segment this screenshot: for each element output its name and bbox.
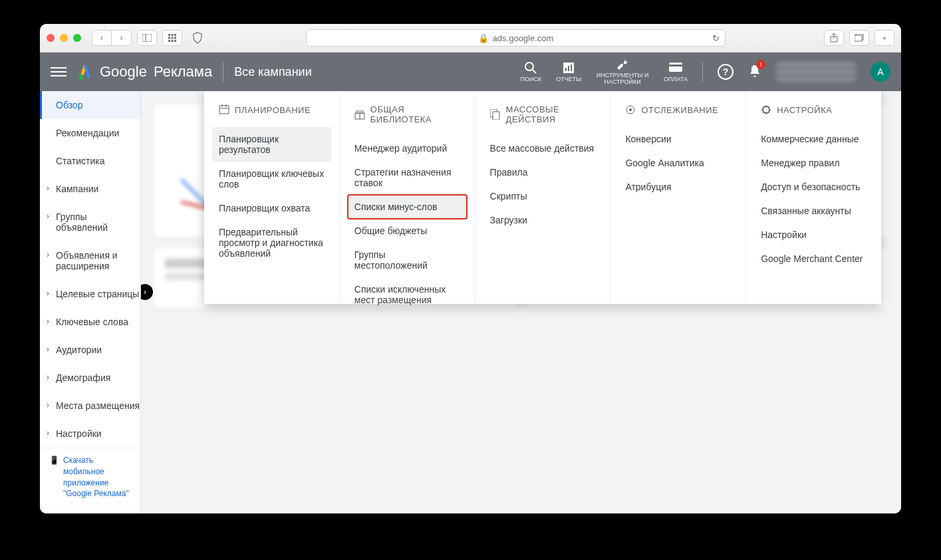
svg-rect-6 bbox=[172, 37, 174, 39]
share-icon bbox=[830, 33, 838, 43]
sidebar-item-3[interactable]: Кампании bbox=[40, 175, 140, 203]
svg-line-16 bbox=[533, 70, 536, 73]
mega-column-icon bbox=[354, 109, 365, 120]
mega-column-header: ОБЩАЯ БИБЛИОТЕКА bbox=[348, 104, 467, 136]
sidebar-toggle-button[interactable] bbox=[137, 30, 157, 46]
new-tab-button[interactable]: ＋ bbox=[874, 30, 894, 46]
search-tool[interactable]: ПОИСК bbox=[520, 61, 541, 82]
mega-item-3-0[interactable]: Конверсии bbox=[618, 127, 738, 151]
sidebar-item-4[interactable]: Группы объявлений bbox=[40, 203, 140, 241]
account-info-blurred bbox=[776, 62, 856, 82]
mega-item-1-1[interactable]: Стратегии назначения ставок bbox=[348, 160, 467, 195]
svg-rect-4 bbox=[174, 34, 176, 36]
tools-settings-tool[interactable]: ИНСТРУМЕНТЫ И НАСТРОЙКИ bbox=[596, 58, 649, 86]
sidebar-item-0[interactable]: Обзор bbox=[40, 91, 140, 119]
svg-rect-3 bbox=[172, 34, 174, 36]
mega-item-2-2[interactable]: Скрипты bbox=[483, 184, 603, 208]
mega-column-header: МАССОВЫЕ ДЕЙСТВИЯ bbox=[483, 104, 603, 136]
grid-apps-button[interactable] bbox=[162, 30, 182, 46]
mega-item-1-4[interactable]: Группы местоположений bbox=[348, 243, 467, 277]
account-avatar[interactable]: А bbox=[871, 62, 890, 82]
safari-toolbar: ‹ › 🔒 ads.google.com ↻ bbox=[40, 24, 901, 53]
mega-column-header: НАСТРОЙКА bbox=[754, 104, 873, 127]
mega-item-4-4[interactable]: Настройки bbox=[754, 223, 873, 247]
mega-item-3-1[interactable]: Google Аналитика bbox=[618, 151, 738, 175]
svg-point-33 bbox=[629, 108, 632, 111]
notifications-button[interactable]: ! bbox=[748, 64, 761, 80]
tabs-button[interactable] bbox=[849, 30, 869, 46]
main-menu-button[interactable] bbox=[51, 64, 67, 80]
mega-item-4-1[interactable]: Менеджер правил bbox=[754, 151, 873, 175]
shield-icon bbox=[192, 32, 203, 44]
mega-item-2-1[interactable]: Правила bbox=[483, 160, 603, 184]
wrench-icon bbox=[616, 58, 629, 71]
forward-button[interactable]: › bbox=[112, 30, 132, 46]
google-ads-logo-icon bbox=[77, 64, 93, 80]
svg-rect-5 bbox=[168, 37, 170, 39]
reload-icon[interactable]: ↻ bbox=[712, 33, 720, 43]
sidebar-icon bbox=[142, 34, 152, 42]
mega-item-3-2[interactable]: Атрибуция bbox=[618, 175, 738, 199]
browser-window: ‹ › 🔒 ads.google.com ↻ bbox=[40, 24, 901, 513]
mega-item-0-0[interactable]: Планировщик результатов bbox=[212, 127, 331, 162]
minimize-window-button[interactable] bbox=[60, 34, 68, 42]
privacy-shield-button[interactable] bbox=[188, 30, 207, 46]
mega-item-4-5[interactable]: Google Merchant Center bbox=[754, 247, 873, 271]
sidebar-item-11[interactable]: Настройки bbox=[40, 420, 140, 448]
url-bar[interactable]: 🔒 ads.google.com ↻ bbox=[306, 29, 726, 47]
mega-column-icon bbox=[761, 104, 771, 115]
download-app-link[interactable]: 📱 Скачать мобильное приложение "Google Р… bbox=[40, 448, 140, 506]
nav-buttons: ‹ › bbox=[92, 30, 132, 46]
back-button[interactable]: ‹ bbox=[92, 30, 112, 46]
mega-item-1-0[interactable]: Менеджер аудиторий bbox=[348, 136, 467, 160]
svg-rect-18 bbox=[565, 68, 567, 71]
sidebar-item-10[interactable]: Места размещения bbox=[40, 392, 140, 420]
tools-mega-menu: ПЛАНИРОВАНИЕПланировщик результатовПлани… bbox=[204, 91, 881, 304]
svg-rect-8 bbox=[168, 40, 170, 42]
mega-column-2: МАССОВЫЕ ДЕЙСТВИЯВсе массовые действияПр… bbox=[475, 91, 611, 304]
mega-item-4-3[interactable]: Связанные аккаунты bbox=[754, 199, 873, 223]
svg-rect-7 bbox=[174, 37, 176, 39]
mega-item-0-2[interactable]: Планировщик охвата bbox=[212, 196, 331, 220]
svg-rect-0 bbox=[142, 34, 152, 42]
svg-rect-31 bbox=[493, 112, 499, 120]
mega-item-1-5[interactable]: Списки исключенных мест размещения bbox=[348, 277, 467, 312]
tabs-icon bbox=[855, 34, 864, 42]
mega-item-1-3[interactable]: Общие бюджеты bbox=[348, 219, 467, 243]
sidebar-item-8[interactable]: Аудитории bbox=[40, 336, 140, 364]
brand-reklama-text: Реклама bbox=[154, 63, 212, 80]
brand-logo[interactable]: Google Реклама bbox=[77, 63, 212, 80]
close-window-button[interactable] bbox=[47, 34, 55, 42]
divider bbox=[223, 62, 223, 82]
billing-tool[interactable]: ОПЛАТА bbox=[664, 61, 688, 82]
header-tools: ПОИСК ОТЧЕТЫ ИНСТРУМЕНТЫ И НАСТРОЙКИ ОПЛ… bbox=[520, 58, 890, 86]
reports-tool[interactable]: ОТЧЕТЫ bbox=[556, 61, 581, 82]
sidebar-item-6[interactable]: Целевые страницы bbox=[40, 280, 140, 308]
sidebar-item-2[interactable]: Статистика bbox=[40, 147, 140, 175]
mega-item-1-2[interactable]: Списки минус-слов bbox=[348, 195, 467, 219]
svg-rect-21 bbox=[669, 63, 682, 72]
mega-item-2-0[interactable]: Все массовые действия bbox=[483, 136, 603, 160]
svg-rect-20 bbox=[571, 65, 572, 71]
mega-item-0-3[interactable]: Предварительный просмотр и диагностика о… bbox=[212, 220, 331, 265]
sidebar-item-1[interactable]: Рекомендации bbox=[40, 119, 140, 147]
mega-column-header: ПЛАНИРОВАНИЕ bbox=[212, 104, 331, 127]
mega-item-4-0[interactable]: Коммерческие данные bbox=[754, 127, 873, 151]
svg-rect-2 bbox=[168, 34, 170, 36]
svg-point-14 bbox=[78, 74, 84, 80]
sidebar-item-5[interactable]: Объявления и расширения bbox=[40, 241, 140, 280]
maximize-window-button[interactable] bbox=[73, 34, 81, 42]
mega-item-0-1[interactable]: Планировщик ключевых слов bbox=[212, 162, 331, 196]
notification-badge: ! bbox=[756, 60, 765, 69]
phone-download-icon: 📱 bbox=[49, 455, 59, 499]
divider bbox=[702, 62, 703, 82]
help-button[interactable]: ? bbox=[718, 64, 734, 80]
mega-item-4-2[interactable]: Доступ и безопасность bbox=[754, 175, 873, 199]
svg-point-15 bbox=[525, 63, 533, 70]
mega-item-2-3[interactable]: Загрузки bbox=[483, 208, 603, 232]
svg-rect-13 bbox=[855, 35, 862, 41]
share-button[interactable] bbox=[824, 30, 844, 46]
lock-icon: 🔒 bbox=[478, 33, 489, 43]
sidebar-item-9[interactable]: Демография bbox=[40, 364, 140, 392]
sidebar-item-7[interactable]: Ключевые слова bbox=[40, 308, 140, 336]
